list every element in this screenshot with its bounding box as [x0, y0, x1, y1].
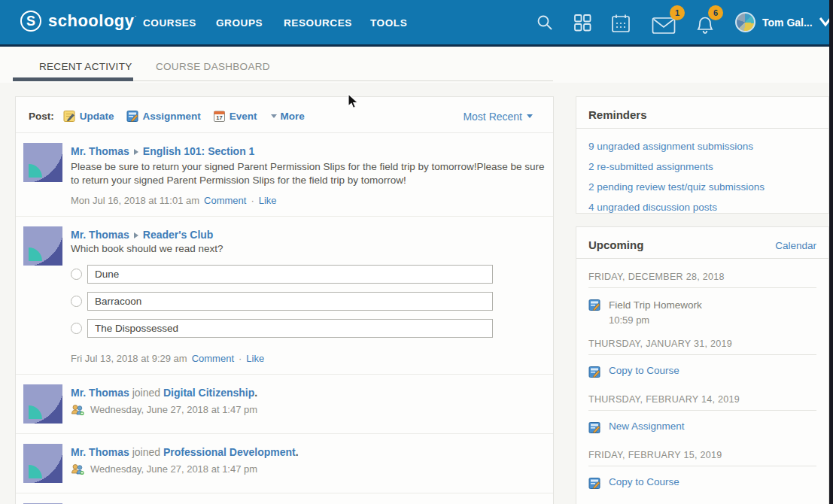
- feed-meta: Mon Jul 16, 2018 at 11:01 am Comment · L…: [71, 195, 538, 206]
- event-title[interactable]: Copy to Course: [609, 476, 679, 493]
- poll-option-row: [71, 292, 538, 311]
- event-time: 10:59 pm: [609, 314, 702, 326]
- user-name[interactable]: Tom Gal...: [762, 17, 813, 29]
- reminder-link[interactable]: 2 re-submitted assignments: [588, 156, 816, 177]
- course-link[interactable]: Digital Citizenship: [163, 387, 254, 399]
- user-avatar[interactable]: [735, 12, 755, 32]
- reminders-card: Reminders 9 ungraded assignment submissi…: [576, 96, 829, 214]
- feed-title: Mr. Thomas joined Professional Developme…: [71, 446, 538, 458]
- avatar[interactable]: [23, 444, 62, 483]
- tab-course-dashboard[interactable]: COURSE DASHBOARD: [156, 61, 270, 72]
- poll-radio[interactable]: [71, 323, 82, 334]
- group-link[interactable]: Reader's Club: [143, 229, 214, 241]
- feed-item-joined: Mr. Thomas joined Digital Citizenship. W…: [16, 374, 553, 433]
- avatar-accent: [29, 465, 42, 478]
- upcoming-card: Upcoming Calendar FRIDAY, DECEMBER 28, 2…: [576, 226, 829, 504]
- post-body-text: Please be sure to return your signed Par…: [71, 160, 552, 187]
- upcoming-date-header: FRIDAY, NOVEMBER 8, 2019: [588, 494, 816, 504]
- tab-recent-activity[interactable]: RECENT ACTIVITY: [39, 61, 132, 72]
- reminders-list: 9 ungraded assignment submissions 2 re-s…: [576, 129, 828, 225]
- feed-title: Mr. ThomasEnglish 101: Section 1: [71, 145, 538, 157]
- like-link[interactable]: Like: [259, 195, 277, 206]
- upcoming-event: Field Trip Homework 10:59 pm: [588, 298, 816, 326]
- avatar-accent: [29, 405, 42, 419]
- nav-courses[interactable]: COURSES: [143, 17, 196, 29]
- notifications-badge[interactable]: 6: [708, 5, 723, 20]
- upcoming-date-header: THURSDAY, FEBRUARY 14, 2019: [588, 383, 816, 411]
- period: .: [254, 387, 257, 399]
- poll-radio[interactable]: [71, 269, 82, 280]
- reminder-link[interactable]: 4 ungraded discussion posts: [588, 197, 816, 217]
- nav-resources[interactable]: RESOURCES: [284, 17, 352, 29]
- messages-badge[interactable]: 1: [670, 5, 685, 20]
- more-caret-down-icon: [271, 114, 277, 118]
- sort-most-recent-dropdown[interactable]: Most Recent: [463, 111, 537, 123]
- apps-grid-icon[interactable]: [573, 14, 592, 35]
- author-link[interactable]: Mr. Thomas: [71, 145, 129, 157]
- upcoming-header: Upcoming Calendar: [576, 227, 828, 259]
- course-link[interactable]: Professional Development: [163, 446, 296, 458]
- feed-meta: Fri Jul 13, 2018 at 9:29 am Comment · Li…: [71, 353, 538, 364]
- calendar-icon[interactable]: [611, 14, 631, 36]
- joined-people-icon: [71, 463, 84, 475]
- search-icon[interactable]: [536, 14, 554, 35]
- post-update-label: Update: [80, 111, 114, 122]
- feed-item-poll: Mr. ThomasReader's Club Which book shoul…: [16, 216, 553, 373]
- assignment-icon: [588, 299, 601, 326]
- post-event-button[interactable]: 17 Event: [213, 110, 257, 123]
- svg-text:17: 17: [216, 114, 222, 121]
- avatar[interactable]: [23, 384, 62, 424]
- post-more-button[interactable]: More: [269, 111, 305, 122]
- feed-body: Mr. Thomas joined Professional Developme…: [71, 444, 538, 483]
- reminder-link[interactable]: 2 pending review test/quiz submissions: [588, 177, 816, 197]
- poll-radio[interactable]: [71, 296, 82, 307]
- avatar[interactable]: [23, 226, 62, 266]
- poll-option-input[interactable]: [87, 319, 493, 338]
- breadcrumb-arrow-icon: [134, 149, 138, 155]
- sort-label: Most Recent: [463, 111, 522, 123]
- event-title[interactable]: New Assignment: [609, 421, 685, 437]
- course-link[interactable]: English 101: Section 1: [143, 145, 255, 157]
- event-title[interactable]: Copy to Course: [609, 365, 679, 381]
- author-link[interactable]: Mr. Thomas: [71, 387, 129, 399]
- timestamp: Fri Jul 13, 2018 at 9:29 am: [71, 353, 187, 364]
- nav-tools[interactable]: TOOLS: [370, 17, 407, 29]
- meta-dot: ·: [251, 195, 254, 206]
- breadcrumb-arrow-icon: [134, 232, 138, 238]
- nav-groups[interactable]: GROUPS: [216, 17, 263, 29]
- poll-option-input[interactable]: [87, 265, 493, 284]
- meta-dot: ·: [239, 353, 242, 364]
- window-scrollbar-edge[interactable]: [829, 0, 833, 504]
- tab-active-underline: [13, 77, 133, 81]
- messages-icon[interactable]: [652, 17, 676, 38]
- top-navbar: S schoology˙ COURSES GROUPS RESOURCES TO…: [0, 0, 833, 47]
- joined-people-icon: [71, 404, 84, 416]
- post-event-label: Event: [230, 111, 257, 122]
- timestamp: Wednesday, June 27, 2018 at 1:47 pm: [90, 463, 257, 475]
- avatar-accent: [29, 164, 42, 178]
- like-link[interactable]: Like: [246, 353, 264, 364]
- calendar-link[interactable]: Calendar: [775, 240, 816, 251]
- feed-body: Mr. Thomas joined Digital Citizenship. W…: [71, 384, 538, 424]
- feed-title: Mr. Thomas joined Digital Citizenship.: [71, 387, 538, 399]
- avatar[interactable]: [23, 143, 62, 182]
- feed-item-joined: Mr. Thomas joined Blended Learning. Wedn…: [16, 493, 553, 504]
- assignment-icon: [588, 366, 601, 381]
- feed-meta: Wednesday, June 27, 2018 at 1:47 pm: [71, 463, 538, 475]
- comment-link[interactable]: Comment: [204, 195, 246, 206]
- post-update-button[interactable]: Update: [63, 110, 114, 123]
- schoology-logo-icon: S: [20, 11, 41, 32]
- event-title[interactable]: Field Trip Homework: [609, 299, 702, 311]
- schoology-logo[interactable]: S schoology˙: [20, 11, 137, 32]
- reminder-link[interactable]: 9 ungraded assignment submissions: [588, 136, 816, 156]
- poll-option-input[interactable]: [87, 292, 493, 311]
- comment-link[interactable]: Comment: [192, 353, 234, 364]
- post-assignment-button[interactable]: Assignment: [126, 110, 201, 123]
- author-link[interactable]: Mr. Thomas: [71, 446, 129, 458]
- sort-caret-down-icon: [527, 114, 533, 118]
- feed-title: Mr. ThomasReader's Club: [71, 229, 538, 241]
- upcoming-title: Upcoming: [588, 238, 643, 251]
- feed-body: Mr. ThomasEnglish 101: Section 1 Please …: [71, 143, 538, 206]
- post-more-label: More: [281, 111, 305, 122]
- author-link[interactable]: Mr. Thomas: [71, 229, 129, 241]
